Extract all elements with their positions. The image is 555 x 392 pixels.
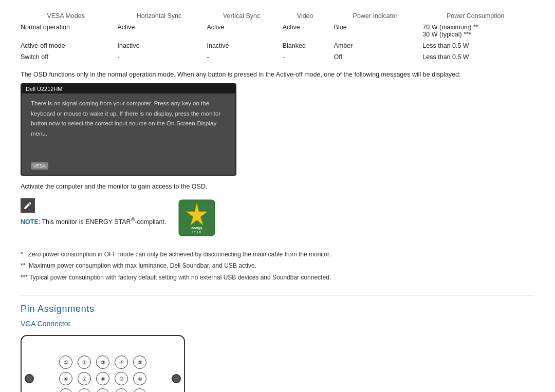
cell-vsync: Inactive [207, 40, 282, 51]
note-section: NOTE: This monitor is ENERGY STAR®-compl… [21, 197, 534, 240]
osd-logo-badge: VESA [31, 162, 48, 170]
vga-pin-1: ① [59, 356, 72, 369]
section-divider [21, 295, 534, 295]
note-body: : This monitor is ENERGY STAR [39, 218, 131, 226]
cell-mode: Switch off [21, 51, 118, 63]
col-header-power-consumption: Power Consumption [422, 10, 534, 22]
vga-pin-15: ⑮ [133, 388, 146, 392]
svg-text:energy: energy [192, 226, 203, 230]
activate-text: Activate the computer and the monitor to… [21, 183, 534, 190]
vga-pin-13: ⑬ [96, 388, 109, 392]
pin-assignments-heading: Pin Assignments [21, 304, 534, 314]
col-header-vsync: Vertical Sync [207, 10, 282, 22]
vga-pin-7: ⑦ [78, 372, 91, 385]
energy-star-badge: energy STAR [176, 197, 217, 240]
vga-pin-3: ③ [96, 356, 109, 369]
vga-connector-heading: VGA Connector [21, 320, 534, 328]
cell-video: Blanked [283, 40, 334, 51]
cell-hsync: - [118, 51, 207, 63]
vga-right-mount-circle [172, 374, 181, 383]
osd-message: There is no signal coming from your comp… [31, 99, 226, 139]
vga-pin-11: ⑪ [59, 388, 72, 392]
vga-pin-14: ⑭ [115, 388, 128, 392]
col-header-power-indicator: Power Indicator [334, 10, 423, 22]
vga-pin-5: ⑤ [133, 356, 146, 369]
vga-pin-2: ② [78, 356, 91, 369]
table-row: Normal operation Active Active Active Bl… [21, 22, 534, 40]
note-label: NOTE [21, 218, 39, 226]
cell-mode: Normal operation [21, 22, 118, 40]
vesa-modes-table: VESA Modes Horizontal Sync Vertical Sync… [21, 10, 534, 63]
osd-image: Dell U2212HM There is no signal coming f… [21, 83, 236, 176]
vga-pin-row-1: ① ② ③ ④ ⑤ [59, 356, 146, 369]
cell-power-consumption: Less than 0.5 W [422, 51, 534, 63]
vga-connector-diagram-wrapper: ① ② ③ ④ ⑤ ⑥ ⑦ ⑧ ⑨ ⑩ ⑪ ⑫ ⑬ ⑭ ⑮ Pin [21, 335, 534, 392]
osd-title-bar: Dell U2212HM [22, 84, 235, 94]
vga-pin-row-2: ⑥ ⑦ ⑧ ⑨ ⑩ [59, 372, 146, 385]
footnote-1-marker: * [21, 251, 23, 258]
footnote-3: *** Typical power consumption with facto… [21, 272, 534, 283]
cell-power-consumption: 70 W (maximum) ** 30 W (typical) *** [422, 22, 534, 40]
footnote-1-text: Zero power consumption in OFF mode can o… [28, 251, 331, 258]
footnote-3-marker: *** [21, 274, 28, 281]
svg-text:STAR: STAR [192, 231, 202, 234]
cell-vsync: - [207, 51, 282, 63]
vga-pin-6: ⑥ [59, 372, 72, 385]
vga-pin-12: ⑫ [78, 388, 91, 392]
table-row: Switch off - - - Off Less than 0.5 W [21, 51, 534, 63]
cell-hsync: Inactive [118, 40, 207, 51]
vga-pin-10: ⑩ [133, 372, 146, 385]
note-text: NOTE: This monitor is ENERGY STAR®-compl… [21, 216, 166, 227]
cell-video: - [283, 51, 334, 63]
vga-pin-row-3: ⑪ ⑫ ⑬ ⑭ ⑮ [59, 388, 146, 392]
col-header-modes: VESA Modes [21, 10, 118, 22]
cell-mode: Active-off mode [21, 40, 118, 51]
footnote-2-text: Maximum power consumption with max lumin… [29, 262, 256, 269]
footnotes: * Zero power consumption in OFF mode can… [21, 249, 534, 283]
vga-pin-8: ⑧ [96, 372, 109, 385]
table-row: Active-off mode Inactive Inactive Blanke… [21, 40, 534, 51]
osd-description-text: The OSD functions only in the normal ope… [21, 71, 534, 78]
note-pencil-icon [21, 198, 35, 213]
col-header-hsync: Horizontal Sync [118, 10, 207, 22]
footnote-2: ** Maximum power consumption with max lu… [21, 260, 534, 271]
vga-pin-9: ⑨ [115, 372, 128, 385]
vga-connector-diagram: ① ② ③ ④ ⑤ ⑥ ⑦ ⑧ ⑨ ⑩ ⑪ ⑫ ⑬ ⑭ ⑮ [21, 335, 185, 392]
cell-hsync: Active [118, 22, 207, 40]
footnote-2-marker: ** [21, 262, 25, 269]
vga-left-mount-circle [25, 374, 34, 383]
vga-pin-4: ④ [115, 356, 128, 369]
cell-power-indicator: Blue [334, 22, 423, 40]
footnote-1: * Zero power consumption in OFF mode can… [21, 249, 534, 259]
note-suffix: -compliant. [135, 218, 166, 226]
col-header-video: Video [283, 10, 334, 22]
footnote-3-text: Typical power consumption with factory d… [29, 274, 331, 281]
cell-power-indicator: Off [334, 51, 423, 63]
cell-video: Active [283, 22, 334, 40]
cell-power-indicator: Amber [334, 40, 423, 51]
cell-power-consumption: Less than 0.5 W [422, 40, 534, 51]
cell-vsync: Active [207, 22, 282, 40]
